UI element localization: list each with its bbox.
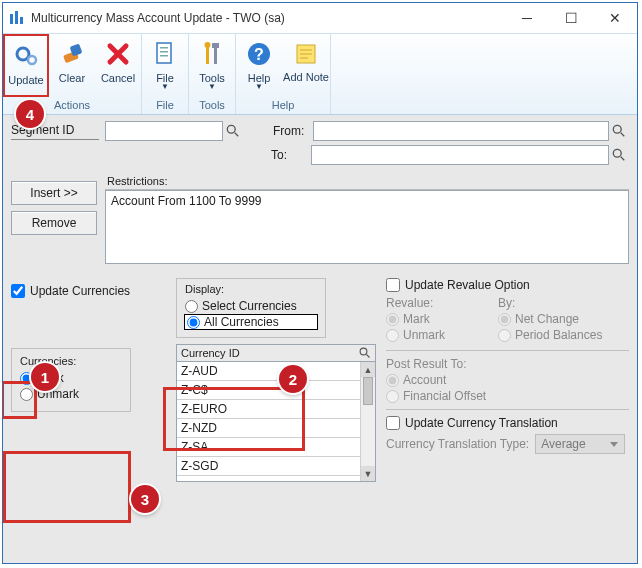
update-revalue-checkbox[interactable]	[386, 278, 400, 292]
app-icon	[9, 10, 25, 26]
scroll-down-icon[interactable]: ▼	[361, 466, 375, 481]
clear-button[interactable]: Clear	[49, 34, 95, 97]
all-currencies-radio[interactable]: All Currencies	[185, 315, 317, 329]
titlebar: Multicurrency Mass Account Update - TWO …	[3, 3, 637, 33]
close-button[interactable]: ✕	[593, 3, 637, 33]
svg-point-23	[227, 125, 235, 133]
list-item[interactable]: Z-SA	[177, 438, 375, 457]
revalue-panel: Update Revalue Option Revalue: Mark Unma…	[386, 278, 629, 482]
add-note-button[interactable]: Add Note	[282, 34, 330, 97]
post-result-label: Post Result To:	[386, 357, 629, 371]
remove-button[interactable]: Remove	[11, 211, 97, 235]
ribbon-group-file: File ▼ File	[142, 34, 189, 114]
window-title: Multicurrency Mass Account Update - TWO …	[31, 11, 505, 25]
restriction-item[interactable]: Account From 1100 To 9999	[111, 194, 623, 208]
note-icon	[293, 38, 319, 70]
scroll-up-icon[interactable]: ▲	[361, 362, 375, 377]
svg-rect-2	[20, 17, 23, 24]
svg-line-30	[367, 355, 370, 358]
segment-lookup-icon[interactable]	[223, 121, 243, 141]
svg-rect-0	[10, 14, 13, 24]
chevron-down-icon: ▼	[255, 84, 263, 90]
update-currencies-checkbox[interactable]	[11, 284, 25, 298]
to-row: To:	[11, 145, 629, 165]
svg-line-28	[621, 157, 625, 161]
svg-rect-9	[157, 43, 171, 63]
help-menu[interactable]: ? Help ▼	[236, 34, 282, 97]
cancel-icon	[105, 38, 131, 70]
update-translation-checkbox[interactable]	[386, 416, 400, 430]
form-body: Segment ID From: To: Insert >>	[3, 115, 637, 563]
svg-rect-12	[160, 55, 168, 57]
eraser-icon	[59, 38, 85, 70]
cancel-button[interactable]: Cancel	[95, 34, 141, 97]
account-radio: Account	[386, 373, 629, 387]
help-icon: ?	[246, 38, 272, 70]
ribbon-group-tools: Tools ▼ Tools	[189, 34, 236, 114]
restrictions-label: Restrictions:	[105, 169, 629, 190]
segment-row: Segment ID From:	[11, 121, 629, 141]
tools-icon	[200, 38, 224, 70]
header-lookup-icon[interactable]	[359, 347, 371, 359]
display-group: Display: Select Currencies All Currencie…	[176, 278, 326, 338]
scrollbar[interactable]: ▲ ▼	[360, 362, 375, 481]
update-revalue-label: Update Revalue Option	[405, 278, 530, 292]
from-lookup-icon[interactable]	[609, 121, 629, 141]
revalue-unmark-radio: Unmark	[386, 328, 476, 342]
translation-type-label: Currency Translation Type:	[386, 437, 529, 451]
currencies-group: Currencies: Mark Unmark	[11, 348, 131, 412]
file-menu[interactable]: File ▼	[142, 34, 188, 97]
maximize-button[interactable]: ☐	[549, 3, 593, 33]
svg-point-29	[360, 348, 367, 355]
from-input[interactable]	[313, 121, 609, 141]
to-input[interactable]	[311, 145, 609, 165]
svg-rect-10	[160, 47, 168, 49]
list-item[interactable]: Z-NZD	[177, 419, 375, 438]
from-label: From:	[269, 124, 313, 138]
ribbon: Update Clear Cancel Actions	[3, 33, 637, 115]
financial-offset-radio: Financial Offset	[386, 389, 629, 403]
insert-button[interactable]: Insert >>	[11, 181, 97, 205]
svg-line-24	[235, 133, 239, 137]
marker-4: 4	[16, 100, 44, 128]
translation-type-select: Average	[535, 434, 625, 454]
segment-id-input[interactable]	[105, 121, 223, 141]
window-buttons: ─ ☐ ✕	[505, 3, 637, 33]
minimize-button[interactable]: ─	[505, 3, 549, 33]
svg-line-26	[621, 133, 625, 137]
tools-menu[interactable]: Tools ▼	[189, 34, 235, 97]
svg-rect-1	[15, 11, 18, 24]
file-icon	[154, 38, 176, 70]
svg-point-4	[28, 56, 36, 64]
svg-point-27	[613, 149, 621, 157]
gears-icon	[12, 40, 40, 72]
restrictions-section: Insert >> Remove Restrictions: Account F…	[11, 169, 629, 264]
marker-3: 3	[131, 485, 159, 513]
revalue-mark-radio: Mark	[386, 312, 476, 326]
svg-text:?: ?	[254, 46, 264, 63]
list-item[interactable]: Z-SGD	[177, 457, 375, 476]
to-lookup-icon[interactable]	[609, 145, 629, 165]
list-item[interactable]: Z-AUD	[177, 362, 375, 381]
list-item[interactable]: Z-C$	[177, 381, 375, 400]
restrictions-list[interactable]: Account From 1100 To 9999	[105, 190, 629, 264]
to-label: To:	[267, 148, 311, 162]
currency-list[interactable]: Z-AUD Z-C$ Z-EURO Z-NZD Z-SA Z-SGD ▲ ▼	[176, 362, 376, 482]
lower-section: Update Currencies Currencies: Mark Unmar…	[11, 278, 629, 482]
svg-rect-16	[212, 43, 219, 48]
scroll-thumb[interactable]	[363, 377, 373, 405]
ribbon-group-help: ? Help ▼ Add Note Help	[236, 34, 331, 114]
select-currencies-radio[interactable]: Select Currencies	[185, 299, 317, 313]
display-label: Display:	[185, 283, 317, 295]
update-currencies-label: Update Currencies	[30, 284, 130, 298]
by-label: By:	[498, 296, 602, 310]
unmark-radio[interactable]: Unmark	[20, 387, 122, 401]
svg-rect-11	[160, 51, 168, 53]
svg-point-15	[205, 42, 211, 48]
update-button[interactable]: Update	[3, 34, 49, 97]
list-item[interactable]: Z-EURO	[177, 400, 375, 419]
period-balances-radio: Period Balances	[498, 328, 602, 342]
currency-list-header: Currency ID	[176, 344, 376, 362]
app-window: Multicurrency Mass Account Update - TWO …	[2, 2, 638, 564]
chevron-down-icon: ▼	[208, 84, 216, 90]
